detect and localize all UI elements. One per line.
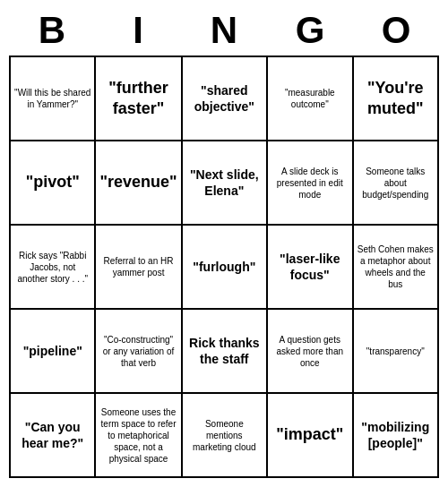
bingo-cell: "transparency" <box>354 310 439 394</box>
bingo-cell: Someone talks about budget/spending <box>354 141 439 226</box>
bingo-cell: "Next slide, Elena" <box>183 141 268 226</box>
bingo-cell: "further faster" <box>96 57 182 141</box>
bingo-cell: Someone mentions marketing cloud <box>183 394 268 478</box>
bingo-cell: "Co-constructing" or any variation of th… <box>96 310 182 394</box>
bingo-cell: "Can you hear me?" <box>11 394 96 478</box>
bingo-letter: N <box>188 9 260 52</box>
bingo-cell: A slide deck is presented in edit mode <box>268 141 353 226</box>
bingo-cell: "measurable outcome" <box>268 57 353 141</box>
bingo-cell: "pivot" <box>11 141 96 226</box>
bingo-cell: Rick thanks the staff <box>183 310 268 394</box>
bingo-letter: O <box>360 9 432 52</box>
bingo-cell: Seth Cohen makes a metaphor about wheels… <box>354 226 439 310</box>
bingo-cell: "impact" <box>268 394 353 478</box>
bingo-cell: Someone uses the term space to refer to … <box>96 394 182 478</box>
bingo-grid: "Will this be shared in Yammer?""further… <box>9 56 439 478</box>
bingo-letter: I <box>102 9 174 52</box>
bingo-cell: "mobilizing [people]" <box>354 394 439 478</box>
bingo-cell: "laser-like focus" <box>268 226 353 310</box>
bingo-cell: "shared objective" <box>183 57 268 141</box>
bingo-letter: G <box>274 9 346 52</box>
bingo-cell: Rick says "Rabbi Jacobs, not another sto… <box>11 226 96 310</box>
bingo-cell: "You're muted" <box>354 57 439 141</box>
bingo-cell: "revenue" <box>96 141 182 226</box>
bingo-cell: Referral to an HR yammer post <box>96 226 182 310</box>
bingo-cell: "pipeline" <box>11 310 96 394</box>
bingo-letter: B <box>16 9 88 52</box>
bingo-cell: "Will this be shared in Yammer?" <box>11 57 96 141</box>
bingo-cell: "furlough" <box>183 226 268 310</box>
bingo-title: BINGO <box>9 9 439 52</box>
bingo-cell: A question gets asked more than once <box>268 310 353 394</box>
